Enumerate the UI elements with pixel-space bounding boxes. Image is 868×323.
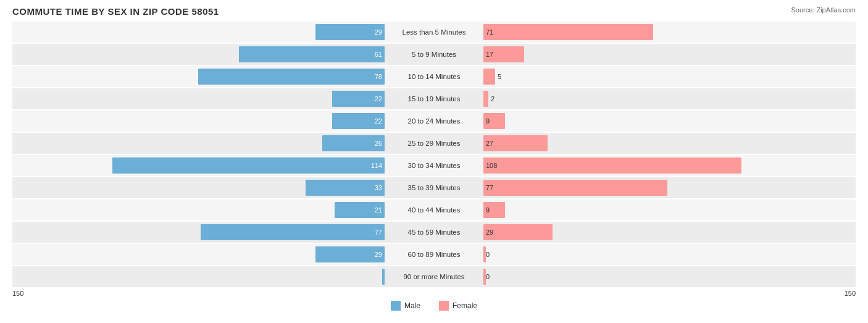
- chart-container: COMMUTE TIME BY SEX IN ZIP CODE 58051 So…: [0, 0, 868, 323]
- left-section: 78: [12, 66, 385, 87]
- axis-right-label: 150: [845, 290, 856, 297]
- female-bar: [483, 269, 486, 285]
- bar-label: 10 to 14 Minutes: [385, 73, 483, 80]
- bar-row: 7810 to 14 Minutes5: [12, 66, 856, 87]
- bar-row: 11430 to 34 Minutes108: [12, 155, 856, 176]
- female-value: 77: [486, 184, 493, 191]
- bar-row: 2140 to 44 Minutes9: [12, 199, 856, 220]
- bar-label: 15 to 19 Minutes: [385, 95, 483, 103]
- bar-row: 2220 to 24 Minutes9: [12, 111, 856, 132]
- left-section: 33: [12, 177, 385, 198]
- male-value: 33: [375, 184, 382, 191]
- bar-label: 60 to 89 Minutes: [385, 251, 483, 258]
- left-section: 77: [12, 222, 385, 243]
- female-bar: 27: [483, 135, 548, 151]
- right-section: 108: [483, 155, 856, 176]
- male-bar: 61: [239, 46, 385, 62]
- male-legend-box: [391, 301, 401, 311]
- bar-label: 35 to 39 Minutes: [385, 184, 483, 191]
- female-bar: [483, 69, 495, 85]
- axis-left-label: 150: [12, 290, 23, 297]
- axis-labels: 150 150: [12, 290, 856, 297]
- source-label: Source: ZipAtlas.com: [791, 6, 856, 14]
- legend: Male Female: [12, 301, 856, 311]
- chart-title: COMMUTE TIME BY SEX IN ZIP CODE 58051: [12, 6, 856, 17]
- female-legend-label: Female: [453, 301, 477, 310]
- right-section: 9: [483, 199, 856, 220]
- male-value: 77: [375, 229, 382, 236]
- left-section: 29: [12, 22, 385, 43]
- bar-row: 90 or more Minutes0: [12, 266, 856, 287]
- female-bar: [483, 91, 488, 107]
- right-section: 77: [483, 177, 856, 198]
- female-value: 9: [486, 206, 490, 214]
- bar-label: 30 to 34 Minutes: [385, 162, 483, 169]
- right-section: 0: [483, 266, 856, 287]
- bar-row: 3335 to 39 Minutes77: [12, 177, 856, 198]
- female-value: 2: [491, 95, 495, 103]
- male-bar: 22: [332, 113, 385, 129]
- bar-row: 615 to 9 Minutes17: [12, 44, 856, 65]
- male-value: 21: [375, 206, 382, 214]
- left-section: 114: [12, 155, 385, 176]
- female-value: 17: [486, 51, 493, 58]
- male-value: 22: [375, 117, 382, 125]
- female-bar: 77: [483, 180, 667, 196]
- bars-area: 29Less than 5 Minutes71615 to 9 Minutes1…: [12, 22, 856, 287]
- male-value: 61: [375, 51, 382, 58]
- bar-label: Less than 5 Minutes: [385, 28, 483, 36]
- female-value: 29: [486, 229, 493, 236]
- male-value: 114: [371, 162, 382, 169]
- male-bar: 29: [315, 24, 385, 40]
- male-value: 26: [375, 140, 382, 147]
- bar-label: 45 to 59 Minutes: [385, 229, 483, 236]
- male-bar: 77: [201, 224, 385, 240]
- male-value: 78: [375, 73, 382, 80]
- male-value: 29: [375, 251, 382, 258]
- female-bar: 29: [483, 224, 553, 240]
- legend-male: Male: [391, 301, 420, 311]
- female-legend-box: [439, 301, 449, 311]
- bar-row: 2625 to 29 Minutes27: [12, 133, 856, 154]
- male-value: 22: [375, 95, 382, 103]
- bar-label: 25 to 29 Minutes: [385, 140, 483, 147]
- left-section: 21: [12, 199, 385, 220]
- female-bar: 108: [483, 157, 741, 174]
- female-bar: 9: [483, 113, 505, 129]
- male-value: 29: [375, 28, 382, 36]
- right-section: 17: [483, 44, 856, 65]
- male-bar: 33: [306, 180, 385, 196]
- female-value: 27: [486, 140, 493, 147]
- right-section: 0: [483, 244, 856, 265]
- bar-row: 7745 to 59 Minutes29: [12, 222, 856, 243]
- male-bar: 22: [332, 91, 385, 107]
- left-section: 29: [12, 244, 385, 265]
- right-section: 2: [483, 88, 856, 109]
- legend-female: Female: [439, 301, 477, 311]
- female-value: 5: [498, 73, 501, 80]
- male-bar: 29: [315, 246, 385, 262]
- female-value: 71: [486, 28, 493, 36]
- bar-label: 90 or more Minutes: [385, 273, 483, 280]
- left-section: 22: [12, 88, 385, 109]
- right-section: 9: [483, 111, 856, 132]
- female-value: 108: [486, 162, 497, 169]
- male-bar: 26: [322, 135, 385, 151]
- bar-row: 2215 to 19 Minutes2: [12, 88, 856, 109]
- right-section: 27: [483, 133, 856, 154]
- right-section: 29: [483, 222, 856, 243]
- left-section: 26: [12, 133, 385, 154]
- bar-label: 20 to 24 Minutes: [385, 117, 483, 125]
- female-value: 0: [486, 273, 490, 280]
- right-section: 5: [483, 66, 856, 87]
- left-section: [12, 266, 385, 287]
- female-bar: 71: [483, 24, 653, 40]
- right-section: 71: [483, 22, 856, 43]
- bar-row: 29Less than 5 Minutes71: [12, 22, 856, 43]
- female-bar: [483, 246, 486, 262]
- male-bar: 78: [198, 69, 385, 85]
- male-bar: 114: [112, 157, 385, 174]
- male-bar: 21: [335, 202, 385, 218]
- female-value: 9: [486, 117, 490, 125]
- bar-label: 40 to 44 Minutes: [385, 206, 483, 214]
